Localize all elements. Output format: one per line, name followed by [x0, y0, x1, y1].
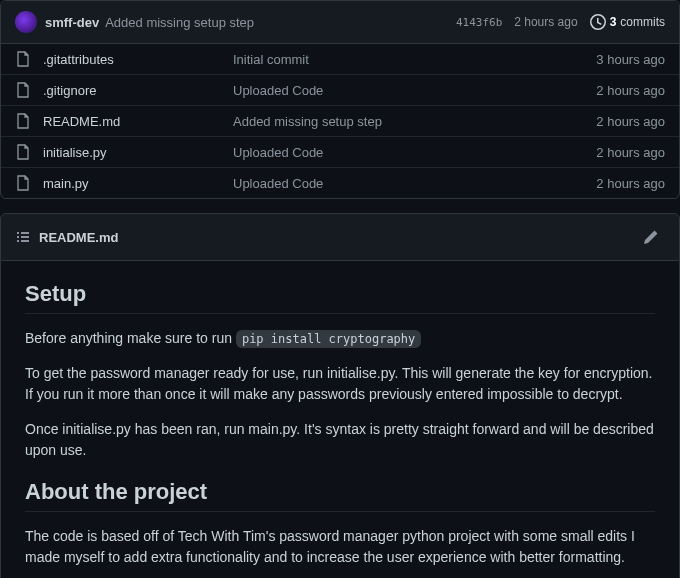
- code-inline: pip install cryptography: [236, 330, 421, 348]
- edit-readme-button[interactable]: [637, 223, 665, 251]
- file-icon: [15, 144, 31, 160]
- file-time: 2 hours ago: [596, 145, 665, 160]
- file-icon: [15, 51, 31, 67]
- file-name-link[interactable]: main.py: [43, 176, 233, 191]
- history-icon: [590, 14, 606, 30]
- readme-paragraph: Once initialise.py has been ran, run mai…: [25, 419, 655, 461]
- file-commit-msg[interactable]: Uploaded Code: [233, 83, 596, 98]
- file-time: 3 hours ago: [596, 52, 665, 67]
- file-name-link[interactable]: README.md: [43, 114, 233, 129]
- heading-setup: Setup: [25, 281, 655, 314]
- commits-link[interactable]: 3 commits: [590, 14, 665, 30]
- readme-filename[interactable]: README.md: [39, 230, 118, 245]
- readme-header: README.md: [0, 213, 680, 261]
- file-time: 2 hours ago: [596, 176, 665, 191]
- file-time: 2 hours ago: [596, 83, 665, 98]
- file-icon: [15, 175, 31, 191]
- file-icon: [15, 82, 31, 98]
- file-name-link[interactable]: .gitattributes: [43, 52, 233, 67]
- file-row: .gitignoreUploaded Code2 hours ago: [1, 75, 679, 106]
- commit-sha[interactable]: 4143f6b: [456, 16, 502, 29]
- commits-label: commits: [620, 15, 665, 29]
- commit-time: 2 hours ago: [514, 15, 577, 29]
- readme-paragraph: To get the password manager ready for us…: [25, 363, 655, 405]
- pencil-icon: [643, 229, 659, 245]
- file-commit-msg[interactable]: Added missing setup step: [233, 114, 596, 129]
- heading-about: About the project: [25, 479, 655, 512]
- file-row: README.mdAdded missing setup step2 hours…: [1, 106, 679, 137]
- commit-message[interactable]: Added missing setup step: [105, 15, 456, 30]
- text: Before anything make sure to run: [25, 330, 236, 346]
- readme-body: Setup Before anything make sure to run p…: [0, 261, 680, 578]
- file-icon: [15, 113, 31, 129]
- file-commit-msg[interactable]: Initial commit: [233, 52, 596, 67]
- commit-author[interactable]: smff-dev: [45, 15, 99, 30]
- file-name-link[interactable]: initialise.py: [43, 145, 233, 160]
- file-row: .gitattributesInitial commit3 hours ago: [1, 44, 679, 75]
- readme-paragraph: Before anything make sure to run pip ins…: [25, 328, 655, 349]
- list-icon[interactable]: [15, 229, 31, 245]
- file-time: 2 hours ago: [596, 114, 665, 129]
- readme-paragraph: The code is based off of Tech With Tim's…: [25, 526, 655, 568]
- file-commit-msg[interactable]: Uploaded Code: [233, 145, 596, 160]
- file-commit-msg[interactable]: Uploaded Code: [233, 176, 596, 191]
- file-list-box: smff-dev Added missing setup step 4143f6…: [0, 0, 680, 199]
- file-row: initialise.pyUploaded Code2 hours ago: [1, 137, 679, 168]
- file-name-link[interactable]: .gitignore: [43, 83, 233, 98]
- avatar[interactable]: [15, 11, 37, 33]
- file-row: main.pyUploaded Code2 hours ago: [1, 168, 679, 198]
- commits-count: 3: [610, 15, 617, 29]
- latest-commit-bar: smff-dev Added missing setup step 4143f6…: [1, 1, 679, 44]
